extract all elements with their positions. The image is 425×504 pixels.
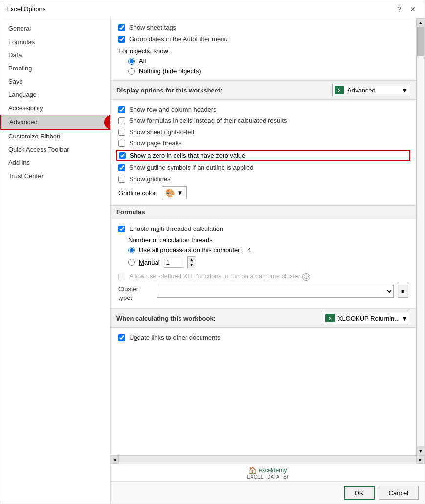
allow-xll-row: Allow user-defined XLL functions to run … [118,270,408,283]
excel-options-dialog: Excel Options ? ✕ General Formulas Data … [0,0,425,504]
h-scroll-left-button[interactable]: ◄ [111,456,119,464]
manual-threads-label: Manual [139,259,160,266]
show-sheet-rtl-label: Show sheet right-to-left [129,128,195,136]
manual-threads-radio[interactable] [128,259,135,266]
show-formulas-row: Show formulas in cells instead of their … [118,115,408,126]
scrollbar-thumb[interactable] [417,27,424,56]
content-scroll[interactable]: Show sheet tags Group dates in the AutoF… [111,18,416,455]
scrollbar-track[interactable] [417,26,425,447]
workbook-xlsx-icon: X [325,314,335,322]
sidebar-item-formulas[interactable]: Formulas [0,35,110,48]
use-all-processors-row: Use all processors on this computer: 4 [118,245,408,255]
main-content: Show sheet tags Group dates in the AutoF… [111,18,425,504]
threads-spinner-up[interactable]: ▲ [188,257,196,262]
sidebar-item-trust-center[interactable]: Trust Center [0,169,110,183]
show-gridlines-checkbox[interactable] [118,176,125,183]
cluster-type-extra-button[interactable]: ≡ [398,285,408,298]
workbook-dropdown-arrow: ▼ [402,315,408,322]
horizontal-scrollbar[interactable]: ◄ ► [111,455,425,464]
use-all-processors-radio[interactable] [128,247,135,253]
worksheet-section-label: Display options for this worksheet: [116,87,223,94]
show-zero-checkbox[interactable] [119,152,126,159]
show-sheet-rtl-checkbox[interactable] [118,129,125,136]
title-bar: Excel Options ? ✕ [0,0,425,18]
show-row-col-headers-checkbox[interactable] [118,106,125,113]
enable-multithreaded-checkbox[interactable] [118,226,125,232]
sidebar-item-language[interactable]: Language [0,88,110,101]
cancel-button[interactable]: Cancel [379,486,419,500]
sidebar-item-customize-ribbon[interactable]: Customize Ribbon [0,130,110,143]
cluster-type-row: Clustertype: ≡ [118,283,408,304]
worksheet-xlsx-icon: X [335,86,344,94]
all-label: All [139,57,146,65]
worksheet-dropdown-value: Advanced [347,87,376,94]
nothing-radio[interactable] [128,68,135,75]
group-dates-row: Group dates in the AutoFilter menu [118,33,408,45]
sidebar-item-proofing[interactable]: Proofing [0,62,110,75]
group-dates-checkbox[interactable] [118,36,125,43]
formulas-section-header: Formulas [111,205,416,219]
manual-threads-input[interactable] [164,257,183,268]
sidebar-item-accessibility[interactable]: Accessibility [0,101,110,115]
title-bar-controls: ? ✕ [393,3,419,15]
content-with-scroll: Show sheet tags Group dates in the AutoF… [111,18,425,455]
use-all-processors-label: Use all processors on this computer: [139,246,242,253]
dialog-body: General Formulas Data Proofing Save Lang… [0,18,425,504]
show-page-breaks-checkbox[interactable] [118,140,125,147]
vertical-scrollbar[interactable]: ▲ ▼ [416,18,425,455]
allow-xll-info-icon: ⓘ [302,273,310,281]
show-outline-symbols-row: Show outline symbols if an outline is ap… [118,162,408,173]
show-outline-symbols-checkbox[interactable] [118,164,125,171]
scrollbar-up-button[interactable]: ▲ [417,18,425,26]
exceldemy-tagline: EXCEL · DATA · BI [112,474,423,480]
all-radio[interactable] [128,58,135,65]
show-row-col-headers-row: Show row and column headers [118,104,408,115]
content-inner: Show sheet tags Group dates in the AutoF… [111,18,416,357]
show-sheet-tags-label: Show sheet tags [129,24,176,31]
for-objects-label: For objects, show: [118,45,408,56]
workbook-dropdown[interactable]: X XLOOKUP Returnin... ▼ [323,312,410,324]
sidebar-item-save[interactable]: Save [0,75,110,88]
worksheet-dropdown[interactable]: X Advanced ▼ [332,84,410,96]
update-links-checkbox[interactable] [118,334,125,341]
calc-threads-label: Number of calculation threads [118,234,408,245]
help-button[interactable]: ? [393,3,405,15]
sidebar-item-advanced[interactable]: Advanced 1 [0,115,110,130]
workbook-section-header: When calculating this workbook: X XLOOKU… [111,308,416,328]
gridline-color-row: Gridline color 🎨 ▼ [118,184,408,201]
dialog-title: Excel Options [6,5,45,13]
show-sheet-tags-checkbox[interactable] [118,24,125,31]
worksheet-dropdown-arrow: ▼ [402,87,408,94]
exceldemy-footer: 🏠 exceldemy EXCEL · DATA · BI [111,464,425,481]
sidebar-item-quick-access-toolbar[interactable]: Quick Access Toolbar [0,143,110,156]
update-links-row: Update links to other documents [118,332,408,343]
allow-xll-checkbox [118,274,125,280]
processor-count: 4 [247,246,251,253]
enable-multithreaded-label: Enable multi-threaded calculation [129,225,223,232]
show-zero-label: Show a zero in cells that have zero valu… [130,152,245,159]
exceldemy-text: exceldemy [259,467,287,474]
threads-spinner-down[interactable]: ▼ [188,262,196,268]
close-button[interactable]: ✕ [407,3,419,15]
h-scroll-track[interactable] [119,458,416,462]
scrollbar-down-button[interactable]: ▼ [417,447,425,455]
sidebar-item-data[interactable]: Data [0,48,110,62]
gridline-color-button[interactable]: 🎨 ▼ [162,186,187,199]
annotation-badge-1: 1 [104,115,111,129]
color-dropdown-arrow: ▼ [177,189,183,197]
cluster-type-label: Clustertype: [118,285,153,302]
h-scroll-right-button[interactable]: ► [416,456,425,464]
ok-button[interactable]: OK [344,486,375,500]
show-formulas-checkbox[interactable] [118,117,125,124]
exceldemy-logo: 🏠 exceldemy [112,466,423,474]
threads-spinner: ▲ ▼ [187,256,195,268]
show-zero-highlighted-row: Show a zero in cells that have zero valu… [116,150,410,161]
sidebar-item-general[interactable]: General [0,22,110,35]
worksheet-section-header: Display options for this worksheet: X Ad… [111,80,416,100]
sidebar-item-add-ins[interactable]: Add-ins [0,156,110,169]
cluster-type-select[interactable] [157,285,394,298]
gridline-color-label: Gridline color [118,189,156,197]
show-sheet-rtl-row: Show sheet right-to-left [118,126,408,137]
show-outline-symbols-label: Show outline symbols if an outline is ap… [129,164,253,171]
nothing-radio-row: Nothing (hide objects) [118,66,408,76]
